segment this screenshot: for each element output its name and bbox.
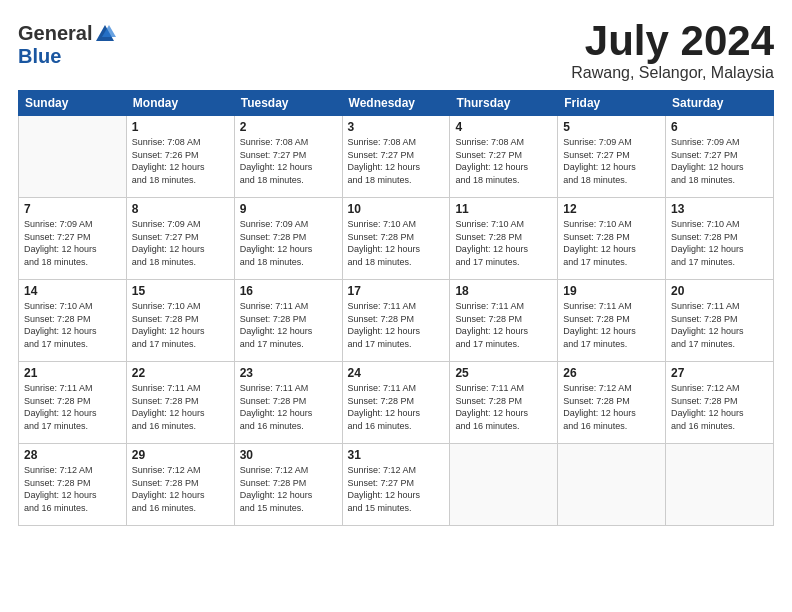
calendar-cell: 6Sunrise: 7:09 AM Sunset: 7:27 PM Daylig… (666, 116, 774, 198)
calendar-cell: 19Sunrise: 7:11 AM Sunset: 7:28 PM Dayli… (558, 280, 666, 362)
calendar-cell: 31Sunrise: 7:12 AM Sunset: 7:27 PM Dayli… (342, 444, 450, 526)
calendar-cell: 20Sunrise: 7:11 AM Sunset: 7:28 PM Dayli… (666, 280, 774, 362)
calendar-cell: 18Sunrise: 7:11 AM Sunset: 7:28 PM Dayli… (450, 280, 558, 362)
calendar-cell: 12Sunrise: 7:10 AM Sunset: 7:28 PM Dayli… (558, 198, 666, 280)
calendar-cell: 16Sunrise: 7:11 AM Sunset: 7:28 PM Dayli… (234, 280, 342, 362)
day-info: Sunrise: 7:10 AM Sunset: 7:28 PM Dayligh… (455, 218, 552, 268)
day-info: Sunrise: 7:12 AM Sunset: 7:28 PM Dayligh… (132, 464, 229, 514)
calendar-cell: 14Sunrise: 7:10 AM Sunset: 7:28 PM Dayli… (19, 280, 127, 362)
calendar-cell: 2Sunrise: 7:08 AM Sunset: 7:27 PM Daylig… (234, 116, 342, 198)
day-number: 30 (240, 448, 337, 462)
calendar-cell: 10Sunrise: 7:10 AM Sunset: 7:28 PM Dayli… (342, 198, 450, 280)
calendar-header-wednesday: Wednesday (342, 91, 450, 116)
day-number: 18 (455, 284, 552, 298)
day-info: Sunrise: 7:12 AM Sunset: 7:27 PM Dayligh… (348, 464, 445, 514)
page: General Blue July 2024 Rawang, Selangor,… (0, 0, 792, 612)
calendar-cell: 29Sunrise: 7:12 AM Sunset: 7:28 PM Dayli… (126, 444, 234, 526)
calendar-cell: 3Sunrise: 7:08 AM Sunset: 7:27 PM Daylig… (342, 116, 450, 198)
calendar-cell: 13Sunrise: 7:10 AM Sunset: 7:28 PM Dayli… (666, 198, 774, 280)
day-number: 12 (563, 202, 660, 216)
day-number: 7 (24, 202, 121, 216)
logo: General Blue (18, 18, 116, 68)
calendar-cell: 22Sunrise: 7:11 AM Sunset: 7:28 PM Dayli… (126, 362, 234, 444)
day-number: 1 (132, 120, 229, 134)
day-number: 13 (671, 202, 768, 216)
day-info: Sunrise: 7:09 AM Sunset: 7:27 PM Dayligh… (671, 136, 768, 186)
calendar-cell (19, 116, 127, 198)
calendar-cell: 30Sunrise: 7:12 AM Sunset: 7:28 PM Dayli… (234, 444, 342, 526)
day-number: 19 (563, 284, 660, 298)
day-info: Sunrise: 7:11 AM Sunset: 7:28 PM Dayligh… (24, 382, 121, 432)
day-number: 24 (348, 366, 445, 380)
logo-icon (94, 23, 116, 45)
calendar-cell: 27Sunrise: 7:12 AM Sunset: 7:28 PM Dayli… (666, 362, 774, 444)
day-info: Sunrise: 7:10 AM Sunset: 7:28 PM Dayligh… (563, 218, 660, 268)
calendar-cell (666, 444, 774, 526)
day-number: 5 (563, 120, 660, 134)
calendar-header-saturday: Saturday (666, 91, 774, 116)
calendar-cell: 11Sunrise: 7:10 AM Sunset: 7:28 PM Dayli… (450, 198, 558, 280)
calendar-header-friday: Friday (558, 91, 666, 116)
logo-general: General (18, 22, 92, 45)
day-number: 14 (24, 284, 121, 298)
calendar-header-thursday: Thursday (450, 91, 558, 116)
day-number: 16 (240, 284, 337, 298)
day-info: Sunrise: 7:09 AM Sunset: 7:27 PM Dayligh… (132, 218, 229, 268)
location: Rawang, Selangor, Malaysia (571, 64, 774, 82)
day-number: 10 (348, 202, 445, 216)
day-info: Sunrise: 7:11 AM Sunset: 7:28 PM Dayligh… (132, 382, 229, 432)
day-number: 26 (563, 366, 660, 380)
day-number: 11 (455, 202, 552, 216)
day-info: Sunrise: 7:11 AM Sunset: 7:28 PM Dayligh… (240, 382, 337, 432)
day-number: 3 (348, 120, 445, 134)
day-info: Sunrise: 7:09 AM Sunset: 7:27 PM Dayligh… (24, 218, 121, 268)
day-number: 15 (132, 284, 229, 298)
day-number: 4 (455, 120, 552, 134)
day-info: Sunrise: 7:10 AM Sunset: 7:28 PM Dayligh… (132, 300, 229, 350)
day-info: Sunrise: 7:11 AM Sunset: 7:28 PM Dayligh… (240, 300, 337, 350)
day-info: Sunrise: 7:09 AM Sunset: 7:28 PM Dayligh… (240, 218, 337, 268)
day-info: Sunrise: 7:12 AM Sunset: 7:28 PM Dayligh… (671, 382, 768, 432)
calendar-week-4: 28Sunrise: 7:12 AM Sunset: 7:28 PM Dayli… (19, 444, 774, 526)
calendar-cell: 8Sunrise: 7:09 AM Sunset: 7:27 PM Daylig… (126, 198, 234, 280)
calendar-week-0: 1Sunrise: 7:08 AM Sunset: 7:26 PM Daylig… (19, 116, 774, 198)
month-title: July 2024 (571, 18, 774, 64)
calendar-cell (450, 444, 558, 526)
day-info: Sunrise: 7:12 AM Sunset: 7:28 PM Dayligh… (563, 382, 660, 432)
day-number: 31 (348, 448, 445, 462)
logo-blue: Blue (18, 45, 61, 68)
day-info: Sunrise: 7:09 AM Sunset: 7:27 PM Dayligh… (563, 136, 660, 186)
calendar-cell: 9Sunrise: 7:09 AM Sunset: 7:28 PM Daylig… (234, 198, 342, 280)
day-number: 9 (240, 202, 337, 216)
calendar: SundayMondayTuesdayWednesdayThursdayFrid… (18, 90, 774, 526)
day-info: Sunrise: 7:08 AM Sunset: 7:27 PM Dayligh… (240, 136, 337, 186)
day-info: Sunrise: 7:10 AM Sunset: 7:28 PM Dayligh… (348, 218, 445, 268)
calendar-cell: 15Sunrise: 7:10 AM Sunset: 7:28 PM Dayli… (126, 280, 234, 362)
day-number: 25 (455, 366, 552, 380)
day-info: Sunrise: 7:11 AM Sunset: 7:28 PM Dayligh… (348, 382, 445, 432)
day-number: 22 (132, 366, 229, 380)
calendar-header-monday: Monday (126, 91, 234, 116)
calendar-cell: 23Sunrise: 7:11 AM Sunset: 7:28 PM Dayli… (234, 362, 342, 444)
calendar-header-tuesday: Tuesday (234, 91, 342, 116)
calendar-week-1: 7Sunrise: 7:09 AM Sunset: 7:27 PM Daylig… (19, 198, 774, 280)
calendar-cell: 26Sunrise: 7:12 AM Sunset: 7:28 PM Dayli… (558, 362, 666, 444)
calendar-cell: 17Sunrise: 7:11 AM Sunset: 7:28 PM Dayli… (342, 280, 450, 362)
day-info: Sunrise: 7:08 AM Sunset: 7:27 PM Dayligh… (455, 136, 552, 186)
calendar-cell: 24Sunrise: 7:11 AM Sunset: 7:28 PM Dayli… (342, 362, 450, 444)
calendar-week-3: 21Sunrise: 7:11 AM Sunset: 7:28 PM Dayli… (19, 362, 774, 444)
day-number: 21 (24, 366, 121, 380)
day-number: 23 (240, 366, 337, 380)
calendar-cell (558, 444, 666, 526)
day-info: Sunrise: 7:10 AM Sunset: 7:28 PM Dayligh… (24, 300, 121, 350)
day-info: Sunrise: 7:11 AM Sunset: 7:28 PM Dayligh… (455, 382, 552, 432)
calendar-header-sunday: Sunday (19, 91, 127, 116)
day-number: 6 (671, 120, 768, 134)
calendar-cell: 7Sunrise: 7:09 AM Sunset: 7:27 PM Daylig… (19, 198, 127, 280)
calendar-cell: 1Sunrise: 7:08 AM Sunset: 7:26 PM Daylig… (126, 116, 234, 198)
calendar-week-2: 14Sunrise: 7:10 AM Sunset: 7:28 PM Dayli… (19, 280, 774, 362)
day-info: Sunrise: 7:10 AM Sunset: 7:28 PM Dayligh… (671, 218, 768, 268)
header: General Blue July 2024 Rawang, Selangor,… (18, 18, 774, 82)
day-number: 17 (348, 284, 445, 298)
day-number: 28 (24, 448, 121, 462)
